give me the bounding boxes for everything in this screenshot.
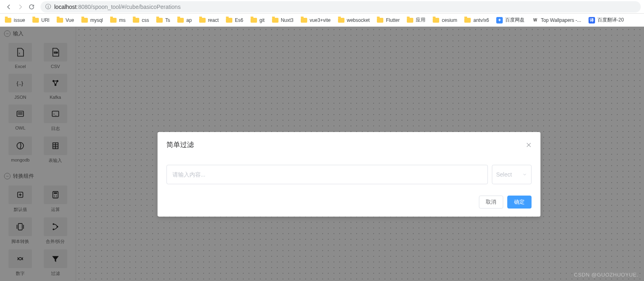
folder-icon: [156, 18, 163, 23]
bookmark-item[interactable]: Es6: [226, 17, 243, 23]
bookmark-label: ap: [186, 17, 191, 23]
folder-icon: [57, 18, 63, 23]
bookmark-label: vue3+vite: [310, 17, 331, 23]
bookmark-item[interactable]: ap: [177, 17, 191, 23]
bookmark-item[interactable]: git: [251, 17, 265, 23]
bookmark-label: websocket: [347, 17, 370, 23]
bookmark-label: 应用: [416, 17, 425, 23]
bookmark-label: git: [259, 17, 265, 23]
bookmark-item[interactable]: URl: [32, 17, 49, 23]
forward-button[interactable]: [15, 1, 26, 13]
folder-icon: [377, 18, 383, 23]
bookmark-item[interactable]: WTop Wallpapers -...: [532, 17, 581, 23]
folder-icon: [407, 18, 413, 23]
bookmark-item[interactable]: Vue: [57, 17, 74, 23]
arrow-right-icon: [17, 4, 23, 10]
bookmark-label: Nuxt3: [281, 17, 293, 23]
folder-icon: [177, 18, 184, 23]
reload-button[interactable]: [26, 1, 37, 13]
bookmark-label: mysql: [90, 17, 103, 23]
bookmark-favicon: ✦: [496, 17, 503, 23]
folder-icon: [110, 18, 117, 23]
bookmark-label: react: [208, 17, 219, 23]
app-container: −输入xExcelcsvCSV{..}JSONKafkaOWL>_日志mongo…: [0, 27, 644, 281]
folder-icon: [433, 18, 439, 23]
bookmark-item[interactable]: websocket: [338, 17, 370, 23]
folder-icon: [251, 18, 257, 23]
modal-close-button[interactable]: [526, 142, 531, 148]
bookmark-item[interactable]: issue: [5, 17, 25, 23]
bookmark-label: css: [142, 17, 149, 23]
bookmark-label: Es6: [235, 17, 243, 23]
bookmark-label: Top Wallpapers -...: [541, 17, 581, 23]
bookmark-item[interactable]: Nuxt3: [272, 17, 293, 23]
bookmark-label: URl: [41, 17, 49, 23]
reload-icon: [28, 4, 35, 10]
folder-icon: [199, 18, 206, 23]
folder-icon: [81, 18, 88, 23]
arrow-left-icon: [6, 4, 12, 10]
bookmark-item[interactable]: Flutter: [377, 17, 400, 23]
cancel-button[interactable]: 取消: [479, 196, 503, 209]
bookmark-item[interactable]: Ts: [156, 17, 170, 23]
bookmark-item[interactable]: antv/x6: [464, 17, 489, 23]
folder-icon: [32, 18, 39, 23]
folder-icon: [301, 18, 307, 23]
bookmark-item[interactable]: mysql: [81, 17, 103, 23]
site-info-icon[interactable]: ⓘ: [45, 3, 51, 11]
modal-footer: 取消 确定: [157, 188, 540, 217]
bookmark-label: cesium: [442, 17, 457, 23]
watermark: CSDN @GUOZHUOYUE.: [574, 272, 638, 278]
confirm-button[interactable]: 确定: [507, 196, 531, 209]
bookmark-label: issue: [14, 17, 25, 23]
bookmark-item[interactable]: vue3+vite: [301, 17, 331, 23]
bookmark-favicon: W: [532, 17, 538, 23]
select-placeholder: Select: [496, 171, 512, 178]
bookmark-item[interactable]: 应用: [407, 17, 425, 23]
bookmark-item[interactable]: react: [199, 17, 219, 23]
bookmark-label: Vue: [66, 17, 74, 23]
folder-icon: [338, 18, 344, 23]
bookmark-label: 百度网盘: [505, 17, 525, 23]
address-bar[interactable]: ⓘ localhost:8080/spoon_tool/#/cube/basic…: [40, 1, 641, 13]
folder-icon: [464, 18, 471, 23]
bookmark-item[interactable]: ms: [110, 17, 125, 23]
bookmark-label: Flutter: [386, 17, 400, 23]
folder-icon: [133, 18, 139, 23]
bookmark-item[interactable]: cesium: [433, 17, 457, 23]
bookmark-favicon: 译: [589, 17, 595, 23]
filter-select[interactable]: Select: [492, 165, 531, 184]
filter-input[interactable]: [166, 165, 488, 184]
bookmark-item[interactable]: css: [133, 17, 149, 23]
folder-icon: [272, 18, 278, 23]
browser-nav-bar: ⓘ localhost:8080/spoon_tool/#/cube/basic…: [0, 0, 644, 14]
folder-icon: [5, 18, 11, 23]
modal-body: Select: [157, 153, 540, 188]
bookmarks-bar: issueURlVuemysqlmscssTsapreactEs6gitNuxt…: [0, 14, 644, 27]
folder-icon: [226, 18, 232, 23]
modal-header: 简单过滤: [157, 132, 540, 153]
close-icon: [526, 142, 531, 148]
bookmark-label: Ts: [165, 17, 170, 23]
address-host: localhost: [54, 4, 77, 10]
chevron-down-icon: [522, 172, 527, 177]
bookmark-label: 百度翻译-20: [597, 17, 624, 23]
back-button[interactable]: [3, 1, 15, 13]
bookmark-item[interactable]: 译百度翻译-20: [589, 17, 624, 23]
bookmark-label: ms: [119, 17, 125, 23]
address-port: :8080: [77, 4, 91, 10]
address-path: /spoon_tool/#/cube/basicoPerations: [91, 4, 181, 10]
bookmark-item[interactable]: ✦百度网盘: [496, 17, 525, 23]
filter-modal: 简单过滤 Select 取消 确定: [157, 132, 540, 217]
modal-title: 简单过滤: [166, 140, 194, 149]
bookmark-label: antv/x6: [473, 17, 489, 23]
